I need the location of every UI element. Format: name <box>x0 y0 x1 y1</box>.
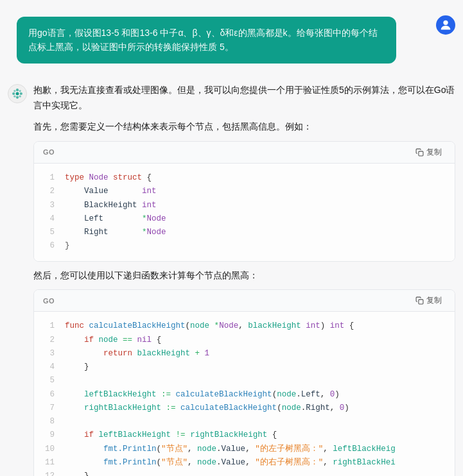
copy-icon-1 <box>415 148 424 157</box>
code-line: 5 Right *Node <box>44 226 444 239</box>
avatar <box>436 15 455 35</box>
code-line: 10 fmt.Println("节点", node.Value, "的左子树黑高… <box>44 443 444 456</box>
copy-icon-2 <box>415 296 424 305</box>
code-lang-2: GO <box>43 295 55 307</box>
code-line: 9 if leftBlackHeight != rightBlackHeight… <box>44 429 444 442</box>
svg-point-2 <box>16 89 19 91</box>
code-body-2: 1func calculateBlackHeight(node *Node, b… <box>34 312 455 476</box>
code-line: 7 rightBlackHeight := calculateBlackHeig… <box>44 402 444 415</box>
intro-text-1: 抱歉，我无法直接查看或处理图像。但是，我可以向您提供一个用于验证性质5的示例算法… <box>33 83 455 114</box>
code-line: 2 Value int <box>44 185 444 198</box>
user-icon <box>439 18 453 32</box>
assistant-message: 抱歉，我无法直接查看或处理图像。但是，我可以向您提供一个用于验证性质5的示例算法… <box>0 76 463 476</box>
code-line: 3 return blackHeight + 1 <box>44 347 444 361</box>
code-line: 8 <box>44 415 444 429</box>
code-line: 3 BlackHeight int <box>44 199 444 212</box>
svg-point-6 <box>13 90 15 92</box>
svg-rect-11 <box>419 300 423 304</box>
user-message: 用go语言，假设图13-5 和图13-6 中子α、β、γ、δ和ε的黑高都是k。给… <box>17 17 396 64</box>
svg-point-4 <box>12 92 15 95</box>
code-line: 4 Left *Node <box>44 212 444 226</box>
code-line: 2 if node == nil { <box>44 334 444 347</box>
chat-container: 用go语言，假设图13-5 和图13-6 中子α、β、γ、δ和ε的黑高都是k。给… <box>0 0 463 476</box>
svg-point-8 <box>13 95 15 97</box>
between-text: 然后，您可以使用以下递归函数来计算每个节点的黑高： <box>33 268 455 284</box>
code-line: 4 } <box>44 361 444 374</box>
svg-point-9 <box>19 95 21 97</box>
code-line: 12 } <box>44 470 444 476</box>
code-header-1: GO 复制 <box>34 142 455 164</box>
svg-point-1 <box>16 92 19 95</box>
intro-text-2: 首先，您需要定义一个结构体来表示每个节点，包括黑高信息。例如： <box>33 119 455 135</box>
code-line: 6} <box>44 239 444 253</box>
code-line: 11 fmt.Println("节点", node.Value, "的右子树黑高… <box>44 456 444 470</box>
code-block-1: GO 复制 1type Node struct {2 Value int3 Bl… <box>33 141 455 262</box>
svg-rect-10 <box>419 151 423 156</box>
assistant-content: 抱歉，我无法直接查看或处理图像。但是，我可以向您提供一个用于验证性质5的示例算法… <box>33 83 455 476</box>
code-line: 1type Node struct { <box>44 171 444 185</box>
code-lang-1: GO <box>43 146 55 158</box>
code-header-2: GO 复制 <box>34 290 455 312</box>
assistant-avatar <box>8 84 27 103</box>
code-line: 1func calculateBlackHeight(node *Node, b… <box>44 319 444 333</box>
copy-button-2[interactable]: 复制 <box>412 294 446 307</box>
svg-point-7 <box>19 90 21 92</box>
code-body-1: 1type Node struct {2 Value int3 BlackHei… <box>34 164 455 261</box>
assistant-icon <box>11 87 24 100</box>
svg-point-5 <box>20 92 22 95</box>
code-block-2: GO 复制 1func calculateBlackHeight(node *N… <box>33 289 455 476</box>
user-message-text: 用go语言，假设图13-5 和图13-6 中子α、β、γ、δ和ε的黑高都是k。给… <box>28 28 378 52</box>
svg-point-0 <box>443 21 448 25</box>
copy-button-1[interactable]: 复制 <box>412 146 446 159</box>
code-line: 6 leftBlackHeight := calculateBlackHeigh… <box>44 388 444 402</box>
code-line: 5 <box>44 374 444 387</box>
svg-point-3 <box>16 96 19 99</box>
